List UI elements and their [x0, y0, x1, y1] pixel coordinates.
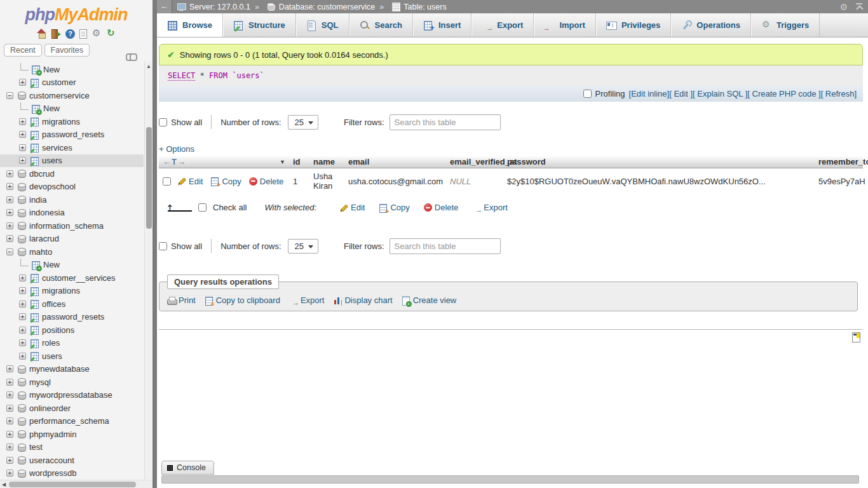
scrollbar-thumb[interactable]	[146, 127, 152, 229]
column-header[interactable]: remember_token	[815, 156, 863, 168]
open-new-window-icon[interactable]	[852, 332, 860, 342]
query-action-link[interactable]: [ Create PHP code ]	[747, 89, 820, 98]
expand-toggle-icon[interactable]	[19, 118, 26, 125]
query-op-link[interactable]: Print	[167, 295, 196, 305]
help-icon[interactable]	[65, 29, 75, 39]
query-op-link[interactable]: Create view	[402, 295, 457, 305]
with-selected-action[interactable]: Edit	[339, 203, 365, 212]
tree-item[interactable]: mysql	[0, 376, 144, 389]
query-op-link[interactable]: Export	[289, 295, 325, 305]
tree-item[interactable]: users	[0, 349, 144, 363]
expand-toggle-icon[interactable]	[6, 170, 13, 177]
expand-toggle-icon[interactable]	[19, 157, 26, 164]
link-icon[interactable]	[126, 53, 136, 59]
expand-toggle-icon[interactable]	[6, 470, 13, 477]
tree-item[interactable]: onlineorder	[0, 402, 144, 415]
expand-toggle-icon[interactable]	[19, 131, 26, 138]
tab[interactable]: Privileges	[596, 13, 671, 37]
tab[interactable]: Insert	[413, 13, 471, 37]
with-selected-action[interactable]: Export	[472, 203, 508, 212]
tree-item[interactable]: phpmyadmin	[0, 428, 144, 441]
tree-item[interactable]: New	[0, 259, 144, 272]
bottom-scrollbar[interactable]	[161, 475, 859, 484]
row-action-link[interactable]: Copy	[210, 177, 241, 186]
expand-toggle-icon[interactable]	[19, 339, 26, 346]
query-action-link[interactable]: [ Explain SQL ]	[693, 89, 747, 98]
tree-item[interactable]: indonesia	[0, 207, 144, 220]
expand-toggle-icon[interactable]	[19, 301, 26, 308]
query-op-link[interactable]: Copy to clipboard	[205, 295, 280, 305]
scroll-up-icon[interactable]: ▲	[146, 64, 151, 69]
expand-toggle-icon[interactable]	[6, 417, 13, 424]
home-icon[interactable]	[36, 29, 46, 39]
back-button[interactable]: ←	[157, 0, 172, 13]
breadcrumb-segment[interactable]: » Table: users	[375, 3, 446, 11]
tab[interactable]: Browse	[157, 13, 223, 37]
tree-item[interactable]: customer__services	[0, 271, 144, 285]
tree-item[interactable]: performance_schema	[0, 415, 144, 428]
sort-dropdown-icon[interactable]: ▼	[280, 159, 285, 165]
expand-toggle-icon[interactable]	[6, 92, 13, 99]
row-checkbox[interactable]	[163, 177, 171, 186]
refresh-icon[interactable]	[106, 29, 116, 39]
sidebar-vertical-scrollbar[interactable]: ▲	[144, 61, 153, 479]
scrollbar-thumb[interactable]	[9, 482, 136, 487]
expand-toggle-icon[interactable]	[6, 379, 13, 386]
row-action-link[interactable]: Delete	[249, 177, 284, 186]
expand-toggle-icon[interactable]	[6, 235, 13, 242]
check-all-checkbox[interactable]	[198, 203, 207, 212]
tree-item[interactable]: positions	[0, 323, 144, 337]
tree-item[interactable]: useraccount	[0, 454, 144, 467]
tree-item[interactable]: customerservice	[0, 89, 144, 102]
expand-toggle-icon[interactable]	[19, 144, 26, 151]
tab[interactable]: Triggers	[751, 13, 820, 37]
number-of-rows-select[interactable]: 25	[288, 239, 318, 254]
tree-item[interactable]: information_schema	[0, 219, 144, 233]
show-all-checkbox[interactable]	[159, 242, 167, 250]
query-action-link[interactable]: [Edit inline]	[629, 89, 670, 98]
expand-toggle-icon[interactable]	[19, 274, 26, 281]
sidebar-horizontal-scrollbar[interactable]: ◀	[0, 480, 153, 488]
expand-toggle-icon[interactable]	[6, 365, 13, 372]
column-reorder-icon[interactable]: ←T→	[163, 157, 186, 166]
tree-item[interactable]: password_resets	[0, 311, 144, 324]
tree-item[interactable]: laracrud	[0, 233, 144, 246]
recent-tab[interactable]: Recent	[4, 44, 42, 57]
breadcrumb-segment[interactable]: » Server: 127.0.0.1	[177, 3, 250, 11]
tab[interactable]: Export	[471, 13, 534, 37]
tab[interactable]: SQL	[296, 13, 349, 37]
expand-toggle-icon[interactable]	[6, 196, 13, 203]
profiling-checkbox[interactable]	[583, 90, 592, 98]
expand-toggle-icon[interactable]	[19, 313, 26, 320]
tree-item[interactable]: offices	[0, 297, 144, 311]
expand-toggle-icon[interactable]	[6, 209, 13, 216]
console-toggle[interactable]: Console	[161, 461, 214, 475]
expand-toggle-icon[interactable]	[6, 457, 13, 464]
tree-item[interactable]: migrations	[0, 285, 144, 298]
tab[interactable]: Import	[534, 13, 595, 37]
expand-toggle-icon[interactable]	[19, 79, 26, 86]
row-action-link[interactable]: Edit	[177, 177, 203, 186]
column-header[interactable]: email	[344, 156, 446, 168]
expand-toggle-icon[interactable]	[6, 431, 13, 438]
expand-toggle-icon[interactable]	[19, 287, 26, 294]
tab[interactable]: Search	[349, 13, 413, 37]
query-action-link[interactable]: [ Refresh]	[821, 89, 857, 98]
show-all-checkbox[interactable]	[159, 118, 167, 126]
with-selected-action[interactable]: Copy	[379, 203, 409, 212]
column-header[interactable]: name	[309, 156, 344, 168]
tree-item[interactable]: devopschool	[0, 180, 144, 194]
column-header[interactable]: id	[289, 156, 309, 168]
tree-item[interactable]: wordpressdb	[0, 467, 144, 480]
tab[interactable]: Structure	[223, 13, 296, 37]
expand-toggle-icon[interactable]	[6, 248, 13, 255]
expand-toggle-icon[interactable]	[6, 222, 13, 229]
options-toggle-link[interactable]: + Options	[159, 144, 194, 154]
favorites-tab[interactable]: Favorites	[44, 44, 90, 57]
logout-icon[interactable]	[51, 29, 61, 39]
query-action-link[interactable]: [ Edit ]	[669, 89, 693, 98]
tab[interactable]: Operations	[671, 13, 751, 37]
tree-item[interactable]: mywordpressdatabase	[0, 389, 144, 402]
tree-item[interactable]: mahto	[0, 245, 144, 259]
expand-toggle-icon[interactable]	[19, 353, 26, 360]
